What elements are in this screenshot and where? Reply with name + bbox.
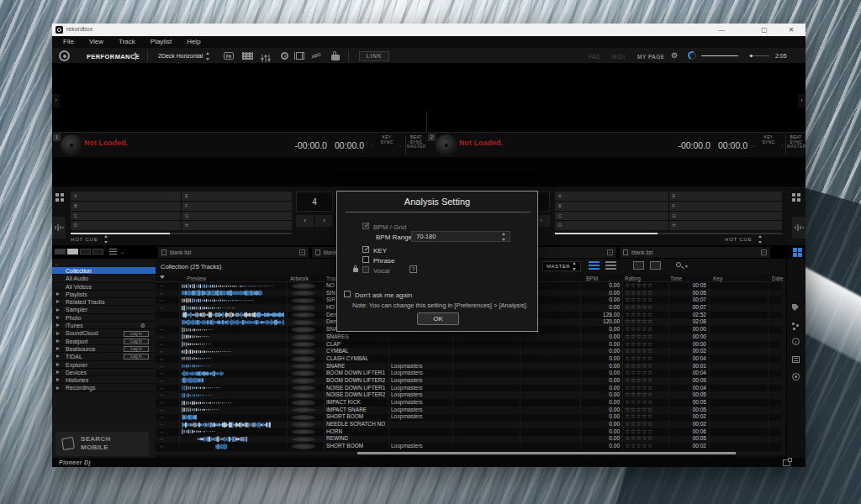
hot-cue-pad-g[interactable]: G (669, 212, 783, 221)
track-rating[interactable]: ☆☆☆☆☆ (625, 282, 653, 290)
export-window-icon[interactable] (783, 459, 790, 466)
deck2-wave-view-icon[interactable] (792, 217, 806, 239)
menu-track[interactable]: Track (111, 36, 143, 48)
log-in-button[interactable]: Log in (124, 331, 149, 337)
expand-triangle-icon[interactable] (56, 347, 60, 350)
load-arrow-icon[interactable]: → (159, 290, 164, 297)
sidebar-item-collection[interactable]: Collection (52, 267, 156, 275)
filter-icon[interactable] (160, 276, 165, 279)
expand-triangle-icon[interactable] (56, 308, 60, 312)
track-rating[interactable]: ☆☆☆☆☆ (625, 391, 653, 399)
load-arrow-icon[interactable]: → (159, 326, 164, 333)
lock-icon[interactable] (331, 55, 340, 60)
table-row[interactable]: →NOISE DOWN LIFTER2Loopmasters0.00☆☆☆☆☆0… (156, 391, 786, 399)
headphone-knob-icon[interactable] (688, 51, 696, 60)
col-time[interactable]: Time (670, 276, 682, 281)
grid-view-icon[interactable] (605, 261, 616, 270)
sidebar-expand-icon[interactable]: › (55, 261, 57, 266)
load-arrow-icon[interactable]: → (159, 435, 164, 443)
sidebar-item-all-audio[interactable]: All Audio (52, 275, 156, 282)
quantize-grid-icon[interactable] (242, 52, 253, 60)
expand-triangle-icon[interactable] (56, 378, 60, 381)
sidebar-item-tidal[interactable]: TIDALLog in (52, 353, 156, 360)
sidebar-item-related-tracks[interactable]: Related Tracks (52, 298, 156, 306)
tab-minimize-icon[interactable]: − (607, 249, 613, 255)
minimize-button[interactable]: — (710, 24, 733, 36)
table-row[interactable]: →IMPACT SNARELoopmasters0.00☆☆☆☆☆00:05 (156, 407, 786, 414)
deck1-wave-view-icon[interactable] (52, 217, 66, 239)
deck2-pad-mode-icon[interactable] (792, 193, 800, 202)
track-rating[interactable]: ☆☆☆☆☆ (625, 377, 653, 385)
track-rating[interactable]: ☆☆☆☆☆ (625, 297, 653, 304)
deck2-hot-cue-spinner[interactable] (758, 235, 763, 244)
hot-cue-pad-d[interactable]: D (555, 221, 668, 230)
layout-spinner-icon[interactable] (206, 52, 211, 60)
left-panel-expander[interactable]: › (52, 94, 60, 108)
track-rating[interactable]: ☆☆☆☆☆ (625, 290, 653, 297)
hot-cue-pad-e[interactable]: E (669, 192, 783, 201)
hot-cue-pad-a[interactable]: A (71, 192, 181, 201)
track-rating[interactable]: ☆☆☆☆☆ (625, 355, 653, 363)
table-row[interactable]: →CYMBAL0.00☆☆☆☆☆00:02 (156, 348, 786, 355)
table-row[interactable]: →HORN0.00☆☆☆☆☆00:06 (156, 428, 786, 436)
maximize-button[interactable]: ▢ (753, 24, 776, 36)
sidebar-item-playlists[interactable]: Playlists (52, 291, 156, 298)
sidebar-view-btn-4[interactable] (92, 249, 103, 255)
itunes-gear-icon[interactable]: ⚙ (140, 322, 145, 329)
table-row[interactable]: →NOISE DOWN LIFTER1Loopmasters0.00☆☆☆☆☆0… (156, 385, 786, 392)
panel-view-icon[interactable] (650, 261, 661, 270)
video-icon[interactable] (294, 52, 304, 60)
table-row[interactable]: →SNARES0.00☆☆☆☆☆00:00 (156, 333, 786, 341)
expand-triangle-icon[interactable] (56, 354, 60, 358)
hot-cue-pad-h[interactable]: H (182, 221, 292, 230)
search-icon[interactable] (676, 262, 681, 267)
record-icon[interactable] (281, 52, 288, 60)
crossfader-line[interactable] (701, 55, 738, 56)
track-rating[interactable]: ☆☆☆☆☆ (625, 399, 653, 407)
sidebar-view-btn-1[interactable] (55, 249, 66, 255)
sidebar-item-all-videos[interactable]: All Videos (52, 283, 156, 291)
col-artwork[interactable]: Artwork (290, 276, 309, 281)
table-row[interactable]: →BOOM DOWN LIFTER1Loopmasters0.00☆☆☆☆☆00… (156, 370, 786, 377)
track-rating[interactable]: ☆☆☆☆☆ (625, 348, 653, 355)
bpm-range-spinner-icon[interactable] (502, 233, 507, 241)
ok-button[interactable]: OK (417, 312, 459, 325)
deck1-pad-prev[interactable]: ‹ (296, 215, 314, 227)
deck1-cue-scrollbar[interactable] (71, 233, 292, 234)
sidebar-item-devices[interactable]: Devices (52, 369, 156, 376)
track-rating[interactable]: ☆☆☆☆☆ (625, 304, 653, 312)
browser-layout-icon[interactable] (793, 248, 802, 257)
master-spinner-icon[interactable] (573, 262, 578, 270)
sidebar-collapse-icon[interactable]: ⌄ (120, 249, 124, 255)
track-rating[interactable]: ☆☆☆☆☆ (625, 385, 653, 392)
load-arrow-icon[interactable]: → (159, 428, 164, 436)
search-dropdown-icon[interactable]: ▾ (685, 263, 688, 269)
search-mobile-button[interactable]: SEARCHMOBILE (55, 432, 149, 456)
hot-cue-pad-h[interactable]: H (669, 221, 783, 230)
track-rating[interactable]: ☆☆☆☆☆ (625, 421, 653, 428)
tab-minimize-icon[interactable]: − (761, 249, 767, 255)
track-rating[interactable]: ☆☆☆☆☆ (625, 435, 653, 443)
hot-cue-pad-d[interactable]: D (71, 221, 181, 230)
bpm-grid-checkbox[interactable]: ✓ (362, 223, 369, 229)
playlist-dock-tab-1[interactable]: blank list− (158, 247, 309, 258)
track-rating[interactable]: ☆☆☆☆☆ (625, 443, 653, 450)
lyric-icon[interactable]: ABC (310, 51, 321, 59)
expand-triangle-icon[interactable] (56, 316, 60, 319)
deck2-cue-scrollbar[interactable] (555, 233, 782, 234)
dont-ask-checkbox[interactable] (344, 291, 351, 297)
sidebar-view-btn-3[interactable] (80, 249, 91, 255)
log-in-button[interactable]: Log in (124, 354, 149, 360)
load-arrow-icon[interactable]: → (159, 341, 164, 349)
expand-triangle-icon[interactable] (56, 292, 60, 296)
bpm-range-select[interactable]: 70-180 (411, 231, 510, 242)
menu-file[interactable]: File (55, 36, 82, 48)
load-arrow-icon[interactable]: → (159, 377, 164, 385)
table-row[interactable]: →SHORT BOOMLoopmasters0.00☆☆☆☆☆00:02 (156, 443, 786, 450)
menu-help[interactable]: Help (179, 36, 208, 48)
related-icon[interactable] (792, 323, 795, 325)
expand-triangle-icon[interactable] (56, 332, 60, 335)
phrase-checkbox[interactable] (362, 256, 369, 263)
table-row[interactable]: →NEEDLE SCRATCH NO0.00☆☆☆☆☆00:02 (156, 421, 786, 428)
expand-triangle-icon[interactable] (56, 370, 60, 374)
